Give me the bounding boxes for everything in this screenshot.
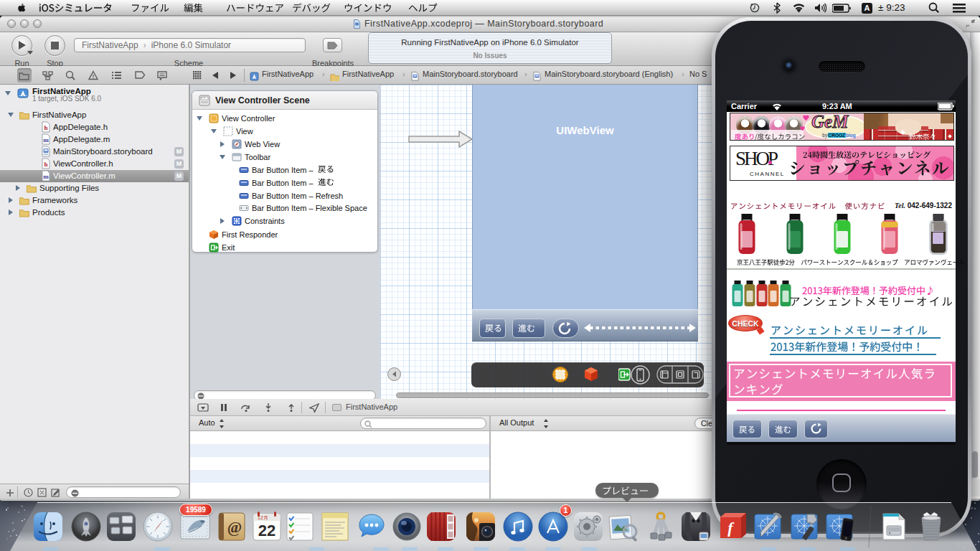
svg-text:22: 22	[258, 522, 275, 540]
svg-text:@: @	[227, 518, 242, 536]
